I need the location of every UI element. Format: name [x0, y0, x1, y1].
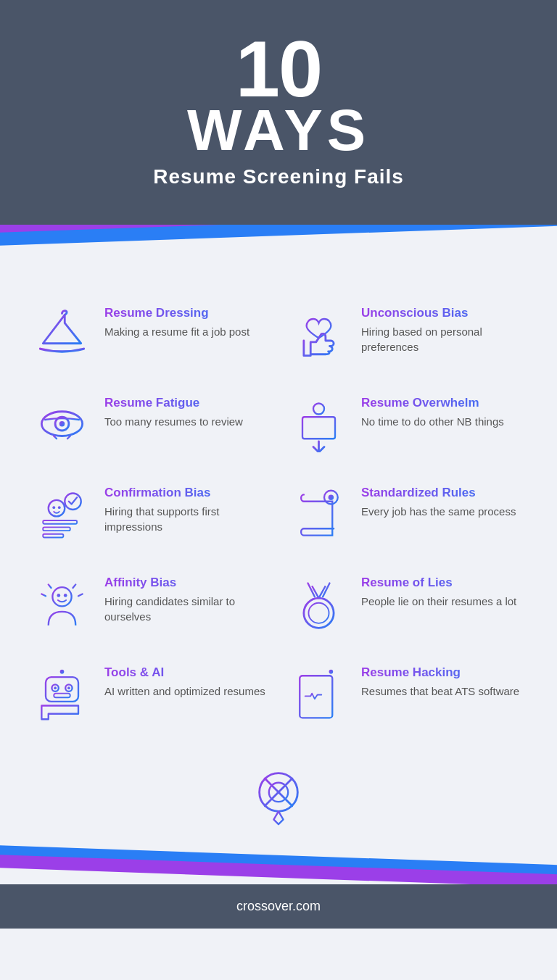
- doc-down-icon: [286, 396, 351, 454]
- svg-point-11: [57, 506, 60, 509]
- svg-point-37: [54, 686, 57, 689]
- item-desc: Every job has the same process: [361, 504, 524, 519]
- item-desc: AI written and optimized resumes: [104, 684, 268, 699]
- item-text: Tools & AI AI written and optimized resu…: [104, 665, 268, 699]
- svg-point-25: [52, 587, 71, 606]
- logo-section: [0, 754, 557, 834]
- svg-point-27: [63, 594, 67, 597]
- item-desc: Too many resumes to review: [104, 414, 268, 429]
- item-text: Standardized Rules Every job has the sam…: [361, 486, 524, 519]
- header-section: 10 WAYS Resume Screening Fails: [0, 0, 557, 225]
- eye-icon: [29, 396, 94, 454]
- item-desc: Hiring based on personal preferences: [361, 324, 524, 354]
- items-grid: Resume Dressing Making a resume fit a jo…: [22, 290, 535, 739]
- svg-point-9: [48, 499, 65, 516]
- list-item: Unconscious Bias Hiring based on persona…: [278, 290, 535, 380]
- item-text: Resume Fatigue Too many resumes to revie…: [104, 396, 268, 429]
- item-title: Confirmation Bias: [104, 486, 268, 500]
- item-text: Resume of Lies People lie on their resum…: [361, 576, 524, 609]
- svg-point-3: [313, 403, 324, 414]
- svg-line-22: [73, 584, 75, 588]
- item-title: Unconscious Bias: [361, 306, 524, 320]
- svg-point-33: [59, 669, 64, 673]
- item-desc: Resumes that beat ATS software: [361, 684, 524, 699]
- list-item: Resume Fatigue Too many resumes to revie…: [22, 380, 278, 470]
- item-title: Standardized Rules: [361, 486, 524, 500]
- footer-section: crossover.com: [0, 884, 557, 929]
- item-desc: Making a resume fit a job post: [104, 324, 268, 339]
- item-text: Affinity Bias Hiring candidates similar …: [104, 576, 268, 624]
- header-subtitle: Resume Screening Fails: [15, 165, 542, 188]
- item-text: Confirmation Bias Hiring that supports f…: [104, 486, 268, 534]
- thumbsup-icon: [286, 306, 351, 364]
- svg-point-43: [329, 669, 333, 673]
- list-item: Resume of Lies People lie on their resum…: [278, 560, 535, 649]
- list-item: Resume Hacking Resumes that beat ATS sof…: [278, 649, 535, 739]
- hanger-icon: [29, 306, 94, 364]
- item-title: Resume Hacking: [361, 665, 524, 680]
- item-desc: People lie on their resumes a lot: [361, 594, 524, 609]
- svg-line-21: [48, 584, 51, 588]
- item-title: Resume Fatigue: [104, 396, 268, 410]
- svg-point-10: [52, 506, 55, 509]
- item-desc: Hiring that supports first impressions: [104, 504, 268, 534]
- item-desc: Hiring candidates similar to ourselves: [104, 594, 268, 624]
- item-title: Resume of Lies: [361, 576, 524, 590]
- footer-url: crossover.com: [15, 899, 542, 914]
- list-item: Tools & AI AI written and optimized resu…: [22, 649, 278, 739]
- svg-point-16: [328, 494, 334, 500]
- item-title: Resume Overwhelm: [361, 396, 524, 410]
- svg-rect-14: [43, 533, 63, 537]
- svg-point-26: [57, 594, 60, 597]
- header-ways: WAYS: [15, 101, 542, 159]
- item-text: Unconscious Bias Hiring based on persona…: [361, 306, 524, 354]
- list-item: Affinity Bias Hiring candidates similar …: [22, 560, 278, 649]
- person-rays-icon: [29, 576, 94, 634]
- list-item: Resume Overwhelm No time to do other NB …: [278, 380, 535, 470]
- top-divider: [0, 225, 557, 268]
- bottom-divider: [0, 841, 557, 884]
- svg-rect-13: [43, 527, 70, 531]
- header-number: 10: [15, 29, 542, 109]
- list-item: Standardized Rules Every job has the sam…: [278, 470, 535, 560]
- svg-line-23: [41, 594, 46, 596]
- item-text: Resume Dressing Making a resume fit a jo…: [104, 306, 268, 339]
- item-text: Resume Overwhelm No time to do other NB …: [361, 396, 524, 429]
- svg-point-38: [67, 686, 70, 689]
- svg-rect-12: [43, 520, 77, 524]
- item-title: Tools & AI: [104, 665, 268, 680]
- svg-rect-39: [54, 693, 70, 697]
- list-item: Resume Dressing Making a resume fit a jo…: [22, 290, 278, 380]
- svg-point-2: [59, 420, 65, 426]
- main-content: Resume Dressing Making a resume fit a jo…: [0, 268, 557, 754]
- crossover-logo-icon: [253, 768, 304, 826]
- check-face-icon: [29, 486, 94, 544]
- doc-rules-icon: [286, 486, 351, 544]
- item-text: Resume Hacking Resumes that beat ATS sof…: [361, 665, 524, 699]
- item-desc: No time to do other NB things: [361, 414, 524, 429]
- item-title: Affinity Bias: [104, 576, 268, 590]
- list-item: Confirmation Bias Hiring that supports f…: [22, 470, 278, 560]
- item-title: Resume Dressing: [104, 306, 268, 320]
- medal-icon: [286, 576, 351, 634]
- robot-icon: [29, 665, 94, 723]
- svg-line-24: [78, 594, 83, 596]
- doc-hack-icon: [286, 665, 351, 723]
